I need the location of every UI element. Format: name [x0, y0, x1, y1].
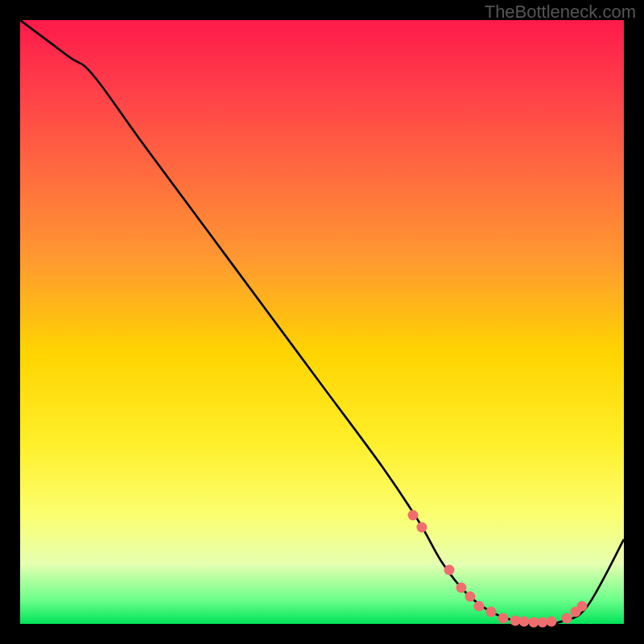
data-marker: [444, 564, 454, 575]
bottleneck-chart: [20, 20, 624, 624]
attribution-text: TheBottleneck.com: [485, 2, 636, 23]
data-marker: [486, 607, 497, 617]
data-marker: [498, 613, 509, 623]
data-marker: [474, 601, 485, 611]
data-marker: [456, 583, 466, 593]
data-marker: [416, 522, 427, 533]
data-marker: [547, 617, 557, 627]
data-marker: [576, 601, 587, 611]
curve-svg: [20, 20, 624, 624]
data-marker: [464, 592, 475, 602]
data-marker: [407, 510, 418, 521]
bottleneck-curve-line: [20, 20, 624, 624]
